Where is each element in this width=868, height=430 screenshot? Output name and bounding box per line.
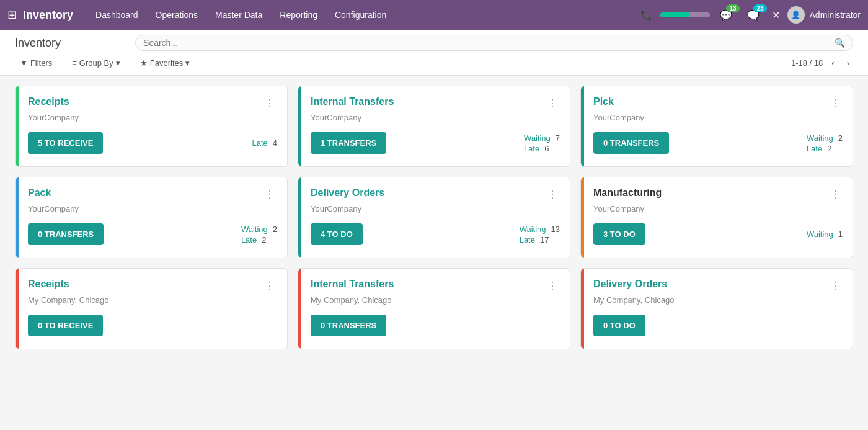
card-stats: Late 4 xyxy=(252,138,277,148)
card-action-button[interactable]: 3 TO DO xyxy=(593,223,645,245)
card-1: Internal Transfers ⋮ YourCompany 1 TRANS… xyxy=(298,86,570,167)
card-menu-icon[interactable]: ⋮ xyxy=(262,96,277,110)
card-action-button[interactable]: 5 TO RECEIVE xyxy=(28,132,103,154)
card-title[interactable]: Receipts xyxy=(28,96,69,107)
card-inner: Pack ⋮ YourCompany 0 TRANSFERS Waiting 2… xyxy=(16,177,287,258)
nav-dashboard[interactable]: Dashboard xyxy=(88,6,146,24)
card-inner: Pick ⋮ YourCompany 0 TRANSFERS Waiting 2… xyxy=(581,86,852,166)
stat1: Waiting 13 xyxy=(520,225,560,234)
stat1-label: Late xyxy=(252,138,267,148)
nav-masterdata[interactable]: Master Data xyxy=(208,6,270,24)
subheader-top: Inventory 🔍 xyxy=(15,35,853,51)
card-body: 0 TRANSFERS Waiting 2 Late 2 xyxy=(28,223,277,245)
card-title[interactable]: Manufacturing xyxy=(593,187,662,199)
card-company: YourCompany xyxy=(593,113,843,122)
stat2-label: Late xyxy=(807,144,822,153)
stat1-label: Waiting xyxy=(807,230,833,239)
card-menu-icon[interactable]: ⋮ xyxy=(262,279,277,293)
prev-page-button[interactable]: ‹ xyxy=(828,57,838,69)
card-inner: Delivery Orders ⋮ YourCompany 4 TO DO Wa… xyxy=(298,177,570,258)
stat1: Waiting 2 xyxy=(807,133,843,143)
stat2-value: 17 xyxy=(540,235,549,244)
stat1-value: 2 xyxy=(273,225,277,234)
chat-badge-btn[interactable]: 💬13 xyxy=(715,7,737,24)
star-icon: ★ xyxy=(140,58,148,68)
card-border xyxy=(298,269,301,349)
card-border xyxy=(16,269,19,349)
card-border xyxy=(581,269,584,349)
topnav-right: 📞 💬13 🗨️23 ✕ 👤 Administrator xyxy=(638,6,861,24)
filters-button[interactable]: ▼ Filters xyxy=(15,56,57,70)
card-header: Receipts ⋮ xyxy=(28,279,277,293)
card-title[interactable]: Internal Transfers xyxy=(311,279,394,290)
card-body: 0 TO RECEIVE xyxy=(28,315,277,336)
nav-operations[interactable]: Operations xyxy=(148,6,205,24)
card-menu-icon[interactable]: ⋮ xyxy=(545,279,560,293)
groupby-button[interactable]: ≡ Group By ▾ xyxy=(67,56,125,70)
close-icon[interactable]: ✕ xyxy=(769,7,782,24)
card-body: 3 TO DO Waiting 1 xyxy=(593,223,843,245)
card-title[interactable]: Pack xyxy=(28,187,51,199)
search-bar[interactable]: 🔍 xyxy=(135,35,853,51)
top-menu: Dashboard Operations Master Data Reporti… xyxy=(88,6,638,24)
progress-fill xyxy=(660,12,690,17)
stat1-value: 7 xyxy=(556,133,560,143)
discuss-badge-btn[interactable]: 🗨️23 xyxy=(742,7,764,24)
card-3: Pack ⋮ YourCompany 0 TRANSFERS Waiting 2… xyxy=(15,177,288,258)
nav-reporting[interactable]: Reporting xyxy=(272,6,325,24)
card-inner: Manufacturing ⋮ YourCompany 3 TO DO Wait… xyxy=(581,177,852,258)
app-brand[interactable]: Inventory xyxy=(23,9,73,22)
card-action-button[interactable]: 0 TRANSFERS xyxy=(593,132,669,154)
card-body: 4 TO DO Waiting 13 Late 17 xyxy=(311,223,560,245)
card-action-button[interactable]: 1 TRANSFERS xyxy=(311,132,386,154)
card-company: My Company, Chicago xyxy=(311,295,560,305)
card-menu-icon[interactable]: ⋮ xyxy=(545,96,560,110)
card-title[interactable]: Delivery Orders xyxy=(311,187,384,199)
next-page-button[interactable]: › xyxy=(843,57,853,69)
filter-icon: ▼ xyxy=(20,58,28,68)
card-title[interactable]: Internal Transfers xyxy=(311,96,394,107)
card-title[interactable]: Delivery Orders xyxy=(593,279,667,290)
card-action-button[interactable]: 0 TRANSFERS xyxy=(28,223,104,245)
card-menu-icon[interactable]: ⋮ xyxy=(828,187,843,202)
stat1-label: Waiting xyxy=(241,225,268,234)
stat2: Late 2 xyxy=(241,235,277,244)
card-action-button[interactable]: 4 TO DO xyxy=(311,223,363,245)
main-content: Receipts ⋮ YourCompany 5 TO RECEIVE Late… xyxy=(0,76,868,359)
stat2-label: Late xyxy=(524,144,539,153)
card-stats: Waiting 1 xyxy=(807,230,843,239)
stat1: Late 4 xyxy=(252,138,277,148)
favorites-button[interactable]: ★ Favorites ▾ xyxy=(135,56,195,70)
card-border xyxy=(16,86,19,166)
card-header: Internal Transfers ⋮ xyxy=(311,96,560,110)
card-body: 0 TRANSFERS Waiting 2 Late 2 xyxy=(593,132,843,154)
phone-icon[interactable]: 📞 xyxy=(638,7,655,24)
card-action-button[interactable]: 0 TO DO xyxy=(593,315,645,336)
card-action-button[interactable]: 0 TRANSFERS xyxy=(311,315,386,336)
card-inner: Receipts ⋮ YourCompany 5 TO RECEIVE Late… xyxy=(16,86,287,166)
card-company: YourCompany xyxy=(593,204,843,213)
card-menu-icon[interactable]: ⋮ xyxy=(828,279,843,293)
stat1-value: 2 xyxy=(838,133,843,143)
card-menu-icon[interactable]: ⋮ xyxy=(262,187,277,202)
card-company: YourCompany xyxy=(28,113,277,122)
card-menu-icon[interactable]: ⋮ xyxy=(828,96,843,110)
card-inner: Delivery Orders ⋮ My Company, Chicago 0 … xyxy=(581,269,852,349)
card-0: Receipts ⋮ YourCompany 5 TO RECEIVE Late… xyxy=(15,86,288,167)
card-action-button[interactable]: 0 TO RECEIVE xyxy=(28,315,103,336)
card-company: My Company, Chicago xyxy=(593,295,843,305)
card-menu-icon[interactable]: ⋮ xyxy=(545,187,560,202)
grid-icon[interactable]: ⊞ xyxy=(7,8,17,22)
groupby-icon: ≡ xyxy=(72,58,77,68)
card-title[interactable]: Receipts xyxy=(28,279,69,290)
stat1-value: 13 xyxy=(551,225,560,234)
card-stats: Waiting 2 Late 2 xyxy=(807,133,843,153)
nav-configuration[interactable]: Configuration xyxy=(327,6,394,24)
card-title[interactable]: Pick xyxy=(593,96,614,107)
card-inner: Internal Transfers ⋮ YourCompany 1 TRANS… xyxy=(298,86,570,166)
card-border xyxy=(16,177,19,258)
search-input[interactable] xyxy=(143,38,835,48)
user-name[interactable]: Administrator xyxy=(810,10,861,20)
card-company: YourCompany xyxy=(311,204,560,213)
stat2-value: 2 xyxy=(262,235,266,244)
